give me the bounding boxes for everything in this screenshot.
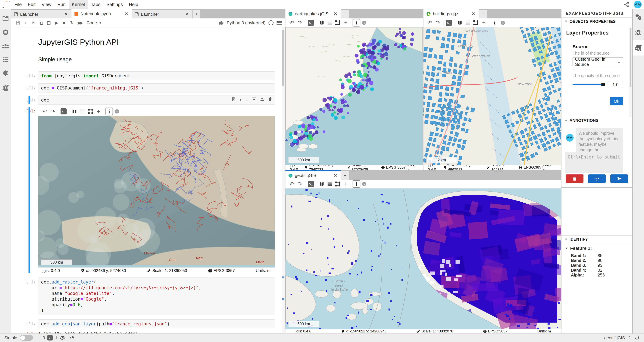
paste-icon[interactable] [45,21,53,25]
add-layer-icon[interactable]: + [480,19,488,26]
close-icon[interactable]: ✕ [333,11,338,16]
undo-icon[interactable]: ↶ [288,19,296,26]
identify-icon[interactable]: i [353,180,360,188]
collaboration-icon[interactable] [2,43,9,49]
annotation-input[interactable]: Ctrl+Enter to submit [565,152,623,173]
menu-edit[interactable]: Edit [25,0,39,9]
notebook-scrollbar[interactable] [282,27,284,334]
restart-run-all-icon[interactable]: ▶▶ [76,20,84,25]
close-icon[interactable]: ✕ [184,12,189,17]
restart-kernel-icon[interactable]: ↻ [68,20,76,25]
france-map[interactable]: MalagaOranAlgerGibraltarMalta 500 km [38,116,275,268]
grid-icon[interactable] [326,19,334,26]
panel-scrollbar[interactable] [630,27,632,117]
buildings-map[interactable]: West New YorkUnion CityWeehawkenHobokenN… [424,27,561,165]
extensions-icon[interactable] [2,70,9,77]
new-tab-button[interactable]: + [192,10,200,18]
basemap-icon[interactable] [318,19,326,26]
opacity-value-input[interactable]: 1.0 [608,81,623,88]
user-avatar[interactable]: AM [634,1,642,8]
current-doc-label[interactable]: geotiff.jGIS [604,336,625,340]
delete-annotation-button[interactable] [566,174,584,183]
earthquakes-map[interactable]: 500 km [286,27,422,165]
debugger-icon[interactable] [632,25,644,40]
identify-header[interactable]: ▼ IDENTIFY [562,235,632,243]
undo-icon[interactable]: ↶ [40,108,49,115]
close-icon[interactable]: ✕ [64,12,68,17]
kernel-name[interactable]: Python 3 (ipykernel) [227,20,266,25]
code-cell-4[interactable]: [4]: doc.add_geojson_layer(path="france_… [13,319,275,329]
move-cell-up-icon[interactable]: ↑ [239,97,242,103]
code-cell-1[interactable]: [1]: from jupytergis import GISDocument [13,71,275,80]
new-tab-button[interactable]: + [341,10,349,18]
save-icon[interactable] [14,20,22,25]
insert-cell-below-icon[interactable] [260,97,264,101]
close-icon[interactable]: ✕ [471,11,476,16]
extent-icon[interactable] [472,19,480,26]
new-tab-button[interactable]: + [479,10,487,18]
basemap-icon[interactable] [318,180,326,188]
add-layer-icon[interactable]: + [342,180,350,188]
terminal-icon[interactable]: $_ [47,335,53,341]
identify-icon[interactable]: i [106,108,113,115]
debugger-icon[interactable] [219,20,224,25]
run-icon[interactable]: ▶ [53,20,60,25]
redo-icon[interactable]: ↷ [49,108,57,115]
slider-thumb[interactable] [602,83,605,86]
identify-icon[interactable]: i [491,19,499,26]
opacity-slider[interactable] [572,84,604,85]
grid-icon[interactable] [78,108,86,115]
time-slider-icon[interactable] [360,180,368,188]
feature-header[interactable]: ▼ Feature 1: [565,246,592,251]
simple-mode-toggle[interactable] [20,335,33,341]
property-inspector-icon[interactable] [632,9,644,25]
menu-help[interactable]: Help [126,0,141,9]
code-cell-2[interactable]: [2]: doc = GISDocument("france_hiking.jG… [13,83,275,92]
bell-icon[interactable] [634,335,640,341]
add-layer-icon[interactable]: + [342,19,350,26]
code-cell-raster[interactable]: [ ]: doc.add_raster_layer( url="https://… [13,278,275,315]
basemap-icon[interactable] [456,19,464,26]
history-icon[interactable]: ↺ [70,335,74,341]
time-slider-icon[interactable] [499,19,507,26]
extent-icon[interactable] [334,19,342,26]
console-icon[interactable]: $_ [307,180,315,188]
table-of-contents-icon[interactable] [2,57,9,62]
menu-tabs[interactable]: Tabs [88,0,104,9]
file-browser-icon[interactable] [2,15,9,21]
menu-run[interactable]: Run [54,0,69,9]
undo-icon[interactable]: ↶ [288,180,296,188]
duplicate-cell-icon[interactable] [231,97,236,101]
copy-icon[interactable] [37,21,45,25]
source-select[interactable]: Custom GeoTiff Source ⌄ [572,57,623,66]
objects-properties-header[interactable]: ▼ OBJECTS PROPERTIES [562,17,632,25]
new-tab-button[interactable]: + [341,171,349,180]
tab-launcher-1[interactable]: Launcher ✕ [11,10,72,18]
time-slider-icon[interactable] [360,19,368,26]
tab-geotiff[interactable]: geotiff.jGIS ✕ [286,170,341,180]
close-icon[interactable]: ✕ [124,11,129,16]
redo-icon[interactable]: ↷ [296,19,304,26]
delete-cell-icon[interactable] [268,97,272,101]
annotations-header[interactable]: ▼ ANNOTATIONS [562,117,632,124]
console-icon[interactable]: $_ [445,19,453,26]
identify-icon[interactable]: i [353,19,360,26]
kernel-chip-icon[interactable] [60,335,65,341]
tab-launcher-2[interactable]: Launcher ✕ [132,10,192,18]
tab-buildings[interactable]: buildings.qgz ✕ [424,9,479,18]
gis-panel-icon[interactable] [2,85,9,92]
gis-panel-tab-icon[interactable] [632,40,644,55]
add-cell-icon[interactable]: ＋ [22,20,30,26]
markdown-title[interactable]: JupyterGIS Python API [38,33,275,46]
menu-kernel[interactable]: Kernel [69,0,88,9]
stop-icon[interactable]: ■ [60,20,68,25]
cell-type-select[interactable]: Code [86,20,97,25]
add-layer-icon[interactable]: + [94,108,103,115]
redo-icon[interactable]: ↷ [296,180,304,188]
menu-settings[interactable]: Settings [104,0,126,9]
center-annotation-button[interactable] [588,174,606,183]
close-icon[interactable]: ✕ [333,173,338,178]
tab-notebook[interactable]: Notebook.ipynb ✕ [72,9,132,18]
kernel-status-icon[interactable] [268,20,274,25]
markdown-section[interactable]: Simple usage [38,56,275,63]
